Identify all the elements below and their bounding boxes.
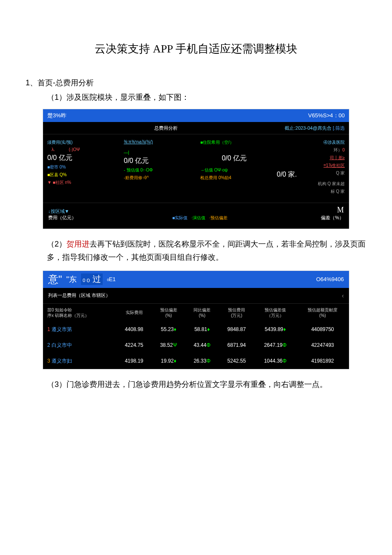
table-header-row: 苗0 知如令吩 序x 矶啊名称（万元） 实际费用 预估偏差 (%) 同比偏差 (… bbox=[43, 303, 349, 322]
status-left: 楚3%昨 bbox=[47, 112, 66, 119]
cell-v2: 55.23♦ bbox=[152, 322, 185, 337]
th-actual: 实际费用 bbox=[116, 303, 152, 322]
th-contrib: 预估超额贡献度 (%) bbox=[296, 303, 349, 322]
metric4-r4: 机构 Q 家未超 bbox=[277, 181, 345, 187]
page-title: 总费用分析 bbox=[47, 125, 285, 131]
status-bar-2: 意" "东 0 ₀ 过 ₀E1 O64%9406 bbox=[43, 271, 349, 288]
cell-v1: 4408.98 bbox=[116, 322, 152, 337]
metric4-r3: 0/0 家. Q 家 bbox=[277, 170, 345, 179]
dev-axis-label: 偏差（%） bbox=[321, 215, 344, 221]
metric4-r0: 环）0 bbox=[277, 147, 345, 153]
metric2-r2: -赔费用修↑θ^ bbox=[124, 175, 192, 181]
red-text: 贺用进 bbox=[66, 240, 89, 248]
table-row[interactable]: 1 遵义市第 4408.98 55.23♦ 58.81♦ 9848.87 543… bbox=[43, 322, 349, 337]
chart-legend: ■实际值 ·演估值 ·预估偏差 bbox=[170, 215, 228, 221]
th-est: 预估费用 (万元) bbox=[219, 303, 254, 322]
cell-v1: 4224.75 bbox=[116, 337, 152, 353]
cell-v4: 9848.87 bbox=[219, 322, 254, 337]
footer-right: M 偏差（%） bbox=[321, 206, 344, 221]
sub-1-heading: （1）涉及医院模块，显示重叠，如下图： bbox=[47, 92, 366, 102]
cell-v5: 1044.36Φ bbox=[254, 353, 296, 369]
metric1-sub: (-)OΨ bbox=[69, 147, 80, 152]
metric4-r5: 标 Q 家 bbox=[277, 189, 345, 195]
table-row[interactable]: 3 遵义市妇 4198.19 19.92♦ 26.33Φ 5242.55 104… bbox=[43, 353, 349, 369]
metric-col-4: ④涉及医院 环）0 司丨差≥ =1⅞生社区 0/0 家. Q 家 机构 Q 家未… bbox=[273, 134, 349, 203]
cell-v2: 19.92♦ bbox=[152, 353, 185, 369]
cell-v6: 44089750 bbox=[296, 322, 349, 337]
footer-left: ↓按区域▼ 费用（亿元） bbox=[48, 208, 76, 221]
th-yoydev: 同比偏差 (%) bbox=[185, 303, 219, 322]
region-dropdown[interactable]: ↓按区域▼ bbox=[48, 208, 76, 215]
breadcrumb: 列表一总费用（区域 市辖区） ‹ bbox=[43, 288, 349, 303]
metric3-r2: 检总费用 0%励4 bbox=[200, 175, 268, 181]
t2l1: 意" bbox=[48, 273, 62, 286]
cell-v6: 41981892 bbox=[296, 353, 349, 369]
page-header-row: 总费用分析 截止:2023-04@席先合 [.筛选 bbox=[43, 122, 349, 134]
metric4-r1: 司丨差≥ bbox=[277, 155, 345, 161]
metric2-value: 0/0 亿元 bbox=[124, 157, 192, 166]
metric-col-3: ■住院希用（空/） 0/0 亿元 →估值 OΨ·оψ 检总费用 0%励4 bbox=[196, 134, 273, 203]
table-body: 1 遵义市第 4408.98 55.23♦ 58.81♦ 9848.87 543… bbox=[43, 322, 349, 369]
filter-link[interactable]: [.筛选 bbox=[333, 125, 345, 131]
screenshot-1: 楚3%昨 V65%S>4：00 总费用分析 截止:2023-04@席先合 [.筛… bbox=[43, 109, 349, 229]
screenshot-2: 意" "东 0 ₀ 过 ₀E1 O64%9406 列表一总费用（区域 市辖区） … bbox=[43, 270, 349, 369]
status-bar: 楚3%昨 V65%S>4：00 bbox=[43, 109, 349, 122]
metric3-r1: →估值 OΨ·оψ bbox=[200, 167, 268, 173]
cell-v5: 5439.89♦ bbox=[254, 322, 296, 337]
th-devval: 预估偏差值 （万元） bbox=[254, 303, 296, 322]
metric1-r3: ▼ ■社区 n% bbox=[47, 180, 115, 186]
paragraph-2: （2）贺用进去再下钻到医院时，医院名称显示不全，间距调大一点，若非全局控制，涉及… bbox=[47, 238, 366, 264]
location-text: @席先合 bbox=[313, 125, 331, 131]
metric3-value: 0/0 亿元 bbox=[200, 154, 268, 163]
metric-col-2: ⅜:π⅜⅟₈a⅞(¾/) —| 0/0 亿元 - 预估值 0↑·OΦ -赔费用修… bbox=[120, 134, 196, 203]
metric2-r1: - 预估值 0↑·OΦ bbox=[124, 167, 192, 173]
legend-est: ·演估值 bbox=[191, 215, 205, 220]
legend-dev: ·预估偏差 bbox=[209, 215, 228, 220]
cell-v2: 38.52Ψ bbox=[152, 337, 185, 353]
t2l3: 0 ₀ 过 bbox=[81, 273, 103, 285]
cell-v5: 2647.19Φ bbox=[254, 337, 296, 353]
chart-footer: ↓按区域▼ 费用（亿元） ■实际值 ·演估值 ·预估偏差 M 偏差（%） bbox=[43, 203, 349, 224]
metric4-r2: =1⅞生社区 bbox=[277, 163, 345, 169]
metrics-row: 须费用(实/预) λ. (-)OΨ 0/0 亿元 ■密市 0% ■区县 Q% ▼… bbox=[43, 134, 349, 203]
metric2-title: ⅜:π⅜⅟₈a⅞(¾/) bbox=[124, 139, 192, 144]
status2-left: 意" "东 0 ₀ 过 ₀E1 bbox=[48, 273, 116, 286]
th-estdev: 预估偏差 (%) bbox=[152, 303, 185, 322]
m-label: M bbox=[321, 206, 344, 215]
metric1-r1: ■密市 0% bbox=[47, 164, 115, 170]
cell-v3: 26.33Φ bbox=[185, 353, 219, 369]
metric4-title: ④涉及医院 bbox=[277, 139, 345, 145]
legend-actual: ■实际值 bbox=[172, 215, 187, 220]
chevron-left-icon[interactable]: ‹ bbox=[342, 292, 344, 299]
cell-name: 3 遵义市妇 bbox=[43, 353, 116, 369]
th-name: 苗0 知如令吩 序x 矶啊名称（万元） bbox=[43, 303, 116, 322]
metric1-sub-row: λ. (-)OΨ bbox=[47, 147, 115, 152]
metric3-title: ■住院希用（空/） bbox=[200, 139, 268, 145]
metric-col-1: 须费用(实/预) λ. (-)OΨ 0/0 亿元 ■密市 0% ■区县 Q% ▼… bbox=[43, 134, 120, 203]
header-right: 截止:2023-04@席先合 [.筛选 bbox=[285, 125, 345, 131]
cell-v1: 4198.19 bbox=[116, 353, 152, 369]
t2l2: "东 bbox=[66, 274, 77, 285]
cell-v3: 58.81♦ bbox=[185, 322, 219, 337]
y-axis-label: 费用（亿元） bbox=[48, 215, 76, 221]
cell-v4: 6871.94 bbox=[219, 337, 254, 353]
metric1-r2: ■区县 Q% bbox=[47, 172, 115, 178]
breadcrumb-text: 列表一总费用（区域 市辖区） bbox=[48, 292, 110, 299]
data-table: 苗0 知如令吩 序x 矶啊名称（万元） 实际费用 预估偏差 (%) 同比偏差 (… bbox=[43, 303, 349, 369]
paragraph-3: （3）门急诊费用进去，门急诊费用趋势分析位置文字显示有重叠，向右调整一点。 bbox=[47, 378, 366, 391]
cell-name: 2 白义市中 bbox=[43, 337, 116, 353]
status-right: V65%S>4：00 bbox=[308, 112, 345, 119]
cell-v3: 43.44Φ bbox=[185, 337, 219, 353]
cell-v4: 5242.55 bbox=[219, 353, 254, 369]
t2l4: ₀E1 bbox=[107, 276, 116, 282]
metric1-value: 0/0 亿元 bbox=[47, 154, 115, 163]
cell-v6: 42247493 bbox=[296, 337, 349, 353]
status2-right: O64%9406 bbox=[316, 276, 344, 282]
date-cutoff: 截止:2023-04 bbox=[285, 125, 312, 131]
doc-title: 云决策支持 APP 手机自适应还需调整模块 bbox=[26, 41, 366, 56]
section-1-heading: 1、首页-总费用分析 bbox=[26, 78, 366, 88]
document-page: 云决策支持 APP 手机自适应还需调整模块 1、首页-总费用分析 （1）涉及医院… bbox=[0, 0, 392, 423]
table-row[interactable]: 2 白义市中 4224.75 38.52Ψ 43.44Φ 6871.94 264… bbox=[43, 337, 349, 353]
cell-name: 1 遵义市第 bbox=[43, 322, 116, 337]
metric1-title: 须费用(实/预) bbox=[47, 139, 115, 145]
